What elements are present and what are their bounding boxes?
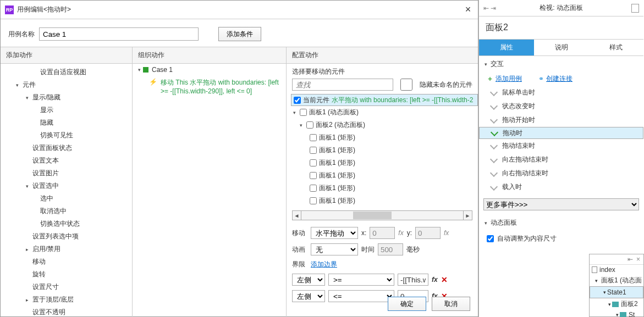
- scroll-right-icon[interactable]: ►: [463, 211, 472, 220]
- event-row[interactable]: 向左拖动结束时: [479, 153, 643, 166]
- action-tree-item[interactable]: ▾元件: [1, 79, 132, 91]
- widget-checkbox[interactable]: [310, 185, 317, 192]
- outline-panel2[interactable]: ▾面板2: [590, 298, 643, 310]
- create-link[interactable]: ⚭创建连接: [538, 74, 573, 84]
- widget-panel1[interactable]: ▾ 面板1 (动态面板): [291, 106, 478, 119]
- outline-st[interactable]: ▾St: [590, 310, 643, 317]
- action-tree-item[interactable]: 设置图片: [1, 167, 132, 180]
- cancel-button[interactable]: 取消: [432, 297, 470, 311]
- outline-panel1[interactable]: ▾面板1 (动态面: [590, 275, 643, 286]
- move-type-select[interactable]: 水平拖动: [311, 227, 358, 239]
- hide-unnamed-checkbox[interactable]: [398, 79, 415, 91]
- outline-collapse-icon[interactable]: ⇤: [628, 255, 633, 263]
- action-name: 移动: [161, 79, 174, 86]
- action-tree-item[interactable]: 移动: [1, 255, 132, 268]
- bound-side-1[interactable]: 左侧: [292, 274, 325, 286]
- widget-checkbox[interactable]: [300, 109, 307, 116]
- interactions-section[interactable]: ▾ 交互: [479, 56, 643, 72]
- widget-checkbox[interactable]: [294, 97, 301, 104]
- close-icon[interactable]: ×: [463, 4, 474, 15]
- fx-1[interactable]: fx: [432, 276, 438, 283]
- fx-x[interactable]: fx: [398, 229, 403, 237]
- action-tree-item[interactable]: ▸置于顶层/底层: [1, 293, 132, 306]
- widget-rect[interactable]: 面板1 (矩形): [291, 144, 478, 157]
- x-input[interactable]: [370, 227, 395, 239]
- widget-current[interactable]: 当前元件 水平拖动 with boundaries: [left >= -[[T…: [291, 94, 478, 106]
- doc-icon[interactable]: [631, 4, 639, 13]
- action-tree-item[interactable]: 切换可见性: [1, 129, 132, 142]
- widget-checkbox[interactable]: [310, 134, 317, 141]
- bound-val-1[interactable]: [398, 274, 428, 286]
- action-tree-item[interactable]: 选中: [1, 192, 132, 205]
- event-row[interactable]: 状态改变时: [479, 99, 643, 113]
- autofit-checkbox[interactable]: [487, 235, 494, 242]
- case-row[interactable]: ▾ Case 1: [133, 64, 286, 76]
- add-boundary-link[interactable]: 添加边界: [311, 260, 337, 269]
- bound-side-2[interactable]: 左侧: [292, 290, 325, 302]
- event-row[interactable]: 拖动开始时: [479, 113, 643, 127]
- case-name-input[interactable]: [39, 27, 199, 41]
- current-label: 当前元件: [303, 96, 329, 105]
- event-row[interactable]: 载入时: [479, 180, 643, 194]
- widget-checkbox[interactable]: [310, 172, 317, 179]
- action-tree-item[interactable]: 旋转: [1, 268, 132, 281]
- event-row[interactable]: 鼠标单击时: [479, 86, 643, 99]
- scroll-left-icon[interactable]: ◄: [293, 211, 301, 220]
- more-events-select[interactable]: 更多事件>>>: [483, 198, 639, 210]
- tab-style[interactable]: 样式: [588, 40, 643, 55]
- widget-panel2[interactable]: ▾ 面板2 (动态面板): [291, 119, 478, 131]
- action-tree-item[interactable]: ▾显示/隐藏: [1, 91, 132, 104]
- action-tree-item[interactable]: ▸启用/禁用: [1, 243, 132, 255]
- y-label: y:: [407, 229, 412, 237]
- anim-select[interactable]: 无: [311, 243, 358, 255]
- widget-rect[interactable]: 面板1 (矩形): [291, 182, 478, 194]
- fx-y[interactable]: fx: [444, 229, 449, 237]
- action-tree-item[interactable]: 显示: [1, 104, 132, 116]
- outline-state1[interactable]: ▾State1: [590, 286, 643, 298]
- widget-checkbox[interactable]: [306, 121, 313, 129]
- action-row[interactable]: ⚡ 移动 This 水平拖动 with boundaries: [left >=…: [133, 76, 286, 97]
- action-tree-item[interactable]: ▾设置选中: [1, 180, 132, 192]
- action-tree-item[interactable]: 设置自适应视图: [1, 66, 132, 79]
- nav-arrows-icon[interactable]: ⇤ ⇥: [483, 4, 496, 12]
- dynpanel-section[interactable]: ▾ 动态面板: [479, 215, 643, 231]
- bound-op-2[interactable]: <=: [328, 290, 394, 302]
- event-row[interactable]: 拖动结束时: [479, 139, 643, 153]
- tab-notes[interactable]: 说明: [534, 40, 589, 55]
- outline-close-icon[interactable]: ×: [636, 255, 640, 263]
- action-tree-item[interactable]: 设置列表选中项: [1, 230, 132, 243]
- bound-op-1[interactable]: >=: [328, 274, 394, 286]
- widget-rect[interactable]: 面板1 (矩形): [291, 169, 478, 182]
- widget-rect[interactable]: 面板1 (矩形): [291, 157, 478, 169]
- x-label: x:: [361, 229, 366, 237]
- event-flag-icon: [492, 130, 498, 136]
- ok-button[interactable]: 确定: [388, 297, 426, 311]
- add-case-link[interactable]: ＋添加用例: [487, 74, 522, 84]
- scroll-thumb[interactable]: [353, 212, 392, 219]
- action-tree-item[interactable]: 设置面板状态: [1, 142, 132, 154]
- delete-bound-1[interactable]: ✕: [441, 275, 448, 284]
- event-row[interactable]: 拖动时: [479, 127, 643, 139]
- outline-index[interactable]: index: [590, 265, 643, 275]
- time-input[interactable]: [378, 243, 403, 255]
- action-tree[interactable]: 设置自适应视图▾元件▾显示/隐藏显示隐藏切换可见性设置面板状态设置文本设置图片▾…: [1, 64, 132, 317]
- tab-properties[interactable]: 属性: [479, 40, 534, 55]
- search-input[interactable]: [292, 79, 393, 91]
- widget-rect[interactable]: 面板1 (矩形): [291, 131, 478, 144]
- action-tree-item[interactable]: 切换选中状态: [1, 218, 132, 230]
- widget-checkbox[interactable]: [310, 197, 317, 204]
- widget-rect[interactable]: 面板1 (矩形): [291, 194, 478, 207]
- action-tree-item[interactable]: 设置文本: [1, 154, 132, 167]
- action-tree-item[interactable]: 隐藏: [1, 116, 132, 129]
- widget-checkbox[interactable]: [310, 159, 317, 166]
- action-tree-item[interactable]: 设置不透明: [1, 306, 132, 317]
- page-icon: [592, 266, 597, 273]
- add-condition-button[interactable]: 添加条件: [218, 27, 261, 41]
- widget-checkbox[interactable]: [310, 147, 317, 154]
- event-row[interactable]: 向右拖动结束时: [479, 166, 643, 180]
- horizontal-scrollbar[interactable]: ◄ ►: [292, 210, 472, 220]
- select-widget-label: 选择要移动的元件: [287, 64, 478, 79]
- action-tree-item[interactable]: 取消选中: [1, 205, 132, 218]
- action-tree-item[interactable]: 设置尺寸: [1, 281, 132, 293]
- y-input[interactable]: [415, 227, 441, 239]
